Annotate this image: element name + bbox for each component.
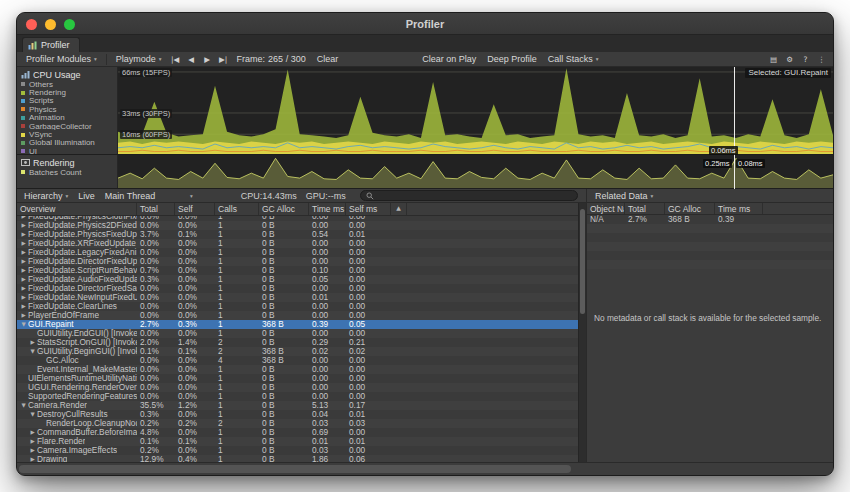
table-row[interactable]: ▶FixedUpdate.XRFixedUpdate0.0%0.0%10 B0.… — [17, 239, 578, 248]
rendering-module-header[interactable]: Rendering — [21, 157, 115, 168]
foldout-collapsed-icon[interactable]: ▶ — [19, 275, 28, 284]
table-row[interactable]: UGUI.Rendering.RenderOverlays0.0%0.0%10 … — [17, 383, 578, 392]
foldout-collapsed-icon[interactable]: ▶ — [19, 302, 28, 311]
view-mode-dropdown[interactable]: Hierarchy ▾ — [20, 190, 72, 202]
foldout-collapsed-icon[interactable]: ▶ — [19, 221, 28, 230]
vertical-scrollbar-thumb[interactable] — [580, 209, 585, 314]
column-header-overview[interactable]: Overview — [17, 203, 137, 215]
table-row[interactable]: ▼GUIUtility.BeginGUI() [Invoke]0.1%0.1%2… — [17, 347, 578, 356]
table-row[interactable]: SupportedRenderingFeatures.Get0.0%0.0%10… — [17, 392, 578, 401]
layout-button[interactable]: ▤ — [766, 53, 781, 66]
column-header-gc-alloc[interactable]: GC Alloc — [259, 203, 309, 215]
foldout-collapsed-icon[interactable]: ▶ — [19, 257, 28, 266]
column-header-self-ms[interactable]: Self ms — [346, 203, 391, 215]
table-row[interactable]: ▶CommandBuffer.BeforeImageEffects4.8%0.0… — [17, 428, 578, 437]
foldout-expanded-icon[interactable]: ▼ — [28, 347, 37, 356]
foldout-expanded-icon[interactable]: ▼ — [19, 320, 28, 329]
foldout-collapsed-icon[interactable]: ▶ — [19, 311, 28, 320]
profiler-modules-dropdown[interactable]: Profiler Modules ▾ — [21, 53, 102, 66]
cpu-usage-chart[interactable]: 66ms (15FPS) 33ms (30FPS) 16ms (60FPS) S… — [118, 67, 833, 154]
table-row[interactable]: ▶FixedUpdate.DirectorFixedSampleTime0.0%… — [17, 284, 578, 293]
close-window-button[interactable] — [26, 19, 37, 30]
table-row[interactable]: RenderLoop.CleanupNodeQueue0.2%0.2%20 B0… — [17, 419, 578, 428]
legend-item[interactable]: UI — [21, 147, 115, 154]
legend-item[interactable]: Batches Count — [21, 168, 115, 176]
related-data-row[interactable] — [587, 242, 833, 251]
legend-item[interactable]: Physics — [21, 105, 115, 113]
horizontal-scrollbar[interactable] — [17, 462, 833, 475]
column-header-total[interactable]: Total — [137, 203, 175, 215]
settings-button[interactable]: ⚙ — [782, 53, 797, 66]
related-data-row[interactable] — [587, 251, 833, 260]
context-menu-button[interactable]: ⋮ — [814, 53, 829, 66]
related-data-row[interactable]: N/A2.7%368 B0.39 — [587, 215, 833, 224]
column-header-self[interactable]: Self — [175, 203, 215, 215]
foldout-collapsed-icon[interactable]: ▶ — [28, 455, 37, 462]
foldout-collapsed-icon[interactable]: ▶ — [28, 446, 37, 455]
table-row[interactable]: ▼DestroyCullResults0.3%0.0%10 B0.040.01 — [17, 410, 578, 419]
table-row[interactable]: GUIUtility.EndGUI() [Invoke]0.0%0.0%10 B… — [17, 329, 578, 338]
minimize-window-button[interactable] — [45, 19, 56, 30]
foldout-collapsed-icon[interactable]: ▶ — [19, 266, 28, 275]
zoom-window-button[interactable] — [64, 19, 75, 30]
foldout-collapsed-icon[interactable]: ▶ — [19, 293, 28, 302]
call-stacks-dropdown[interactable]: Call Stacks ▾ — [543, 53, 604, 66]
column-header-time-ms[interactable]: Time ms — [715, 203, 763, 214]
column-header-object-name[interactable]: Object Name — [587, 203, 625, 214]
current-frame-button[interactable]: ▶| — [216, 53, 231, 66]
related-data-dropdown[interactable]: Related Data ▾ — [591, 190, 657, 202]
search-field[interactable] — [360, 190, 578, 201]
legend-item[interactable]: Others — [21, 80, 115, 88]
clear-button[interactable]: Clear — [312, 53, 344, 66]
search-input[interactable] — [377, 191, 572, 201]
current-frame-indicator[interactable] — [734, 67, 735, 189]
foldout-collapsed-icon[interactable]: ▶ — [19, 239, 28, 248]
table-row[interactable]: ▶FixedUpdate.PhysicsFixedUpdate3.7%0.1%1… — [17, 230, 578, 239]
table-row[interactable]: ▼GUI.Repaint2.7%0.3%1368 B0.390.05 — [17, 320, 578, 329]
previous-frame-button[interactable]: ◀ — [184, 53, 199, 66]
table-row[interactable]: UIElementsRuntimeUtilityNative0.0%0.0%10… — [17, 374, 578, 383]
legend-item[interactable]: Global Illumination — [21, 139, 115, 147]
related-data-row[interactable] — [587, 260, 833, 269]
target-mode-dropdown[interactable]: Playmode ▾ — [111, 53, 167, 66]
table-row[interactable]: ▶FixedUpdate.DirectorFixedUpdate0.0%0.0%… — [17, 257, 578, 266]
legend-item[interactable]: Scripts — [21, 97, 115, 105]
table-row[interactable]: ▶FixedUpdate.Physics2DFixedUpdate0.0%0.0… — [17, 221, 578, 230]
legend-item[interactable]: VSync — [21, 130, 115, 138]
legend-item[interactable]: Animation — [21, 114, 115, 122]
foldout-expanded-icon[interactable]: ▼ — [28, 410, 37, 419]
table-row[interactable]: ▶StatsScript.OnGUI() [Invoke]2.0%1.4%20 … — [17, 338, 578, 347]
sort-indicator-icon[interactable]: ▲ — [391, 203, 407, 215]
titlebar[interactable]: Profiler — [17, 13, 833, 35]
vertical-scrollbar[interactable] — [578, 203, 586, 462]
table-row[interactable]: ▶FixedUpdate.NewInputFixedUpdate0.0%0.0%… — [17, 293, 578, 302]
first-frame-button[interactable]: |◀ — [168, 53, 183, 66]
foldout-collapsed-icon[interactable]: ▶ — [19, 230, 28, 239]
foldout-collapsed-icon[interactable]: ▶ — [19, 284, 28, 293]
table-row[interactable]: ▶PlayerEndOfFrame0.0%0.0%10 B0.000.00 — [17, 311, 578, 320]
column-header-time-ms[interactable]: Time ms — [309, 203, 346, 215]
table-row[interactable]: ▶Flare.Render0.1%0.1%10 B0.010.01 — [17, 437, 578, 446]
column-header-total[interactable]: Total — [625, 203, 665, 214]
table-row[interactable]: ▶FixedUpdate.AudioFixedUpdate0.3%0.0%10 … — [17, 275, 578, 284]
foldout-collapsed-icon[interactable]: ▶ — [28, 338, 37, 347]
table-row[interactable]: ▼Camera.Render35.5%1.2%10 B5.130.17 — [17, 401, 578, 410]
related-data-row[interactable] — [587, 233, 833, 242]
table-row[interactable]: ▶FixedUpdate.LegacyFixedAnimationUpdate0… — [17, 248, 578, 257]
table-row[interactable]: ▶FixedUpdate.ClearLines0.0%0.0%10 B0.000… — [17, 302, 578, 311]
help-button[interactable]: ? — [798, 53, 813, 66]
foldout-collapsed-icon[interactable]: ▶ — [19, 248, 28, 257]
column-header-gc-alloc[interactable]: GC Alloc — [665, 203, 715, 214]
table-row[interactable]: ▶Drawing12.9%0.4%10 B1.860.06 — [17, 455, 578, 462]
thread-dropdown[interactable]: Main Thread ▾ — [101, 190, 197, 202]
clear-on-play-toggle[interactable]: Clear on Play — [417, 53, 481, 66]
deep-profile-toggle[interactable]: Deep Profile — [482, 53, 542, 66]
foldout-collapsed-icon[interactable]: ▶ — [28, 437, 37, 446]
table-row[interactable]: Event.Internal_MakeMasterEventCurrent0.0… — [17, 365, 578, 374]
cpu-usage-module-header[interactable]: CPU Usage — [21, 69, 115, 80]
table-row[interactable]: ▶Camera.ImageEffects0.2%0.0%10 B0.030.00 — [17, 446, 578, 455]
table-row[interactable]: ▶FixedUpdate.ScriptRunBehaviourFixedUpda… — [17, 266, 578, 275]
horizontal-scrollbar-thumb[interactable] — [19, 465, 571, 473]
live-toggle[interactable]: Live — [74, 190, 99, 202]
legend-item[interactable]: Rendering — [21, 88, 115, 96]
